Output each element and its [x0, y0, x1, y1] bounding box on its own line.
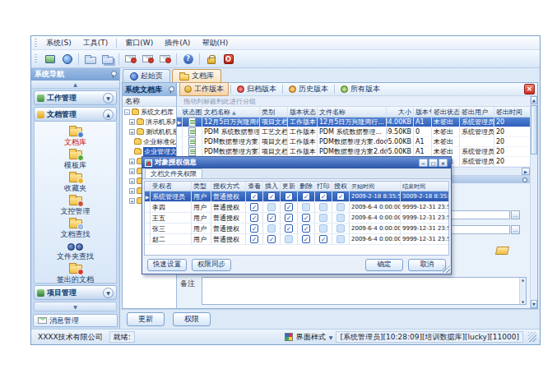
remarks-scrollbar[interactable]: ▲▼: [519, 278, 526, 304]
col-grant[interactable]: 授权: [332, 182, 350, 191]
scroll-right-icon[interactable]: ▶: [522, 168, 530, 175]
all-versions-button[interactable]: 所有版本: [336, 83, 384, 95]
minimize-icon[interactable]: −: [419, 159, 428, 167]
delete-checkbox[interactable]: ✓: [298, 191, 315, 201]
work-version-button[interactable]: 工作版本: [179, 82, 229, 96]
resize-grip[interactable]: [443, 265, 450, 273]
table-row[interactable]: ▶ 12月5日万兴隆周行... 项目文档 工作版本 12月5日万兴隆周行... …: [177, 118, 530, 127]
col-version[interactable]: 版本号: [414, 107, 432, 117]
delete-checkbox[interactable]: ✓: [298, 234, 315, 244]
ellipsis-button[interactable]: …: [511, 225, 520, 234]
tree-column-header[interactable]: 名称: [123, 96, 176, 107]
message-management-tab[interactable]: 消息管理: [33, 314, 118, 327]
delete-checkbox[interactable]: ✓: [298, 213, 315, 223]
tree-node-selected[interactable]: 企业管理文件: [123, 146, 176, 156]
col-checkout-time[interactable]: 签出时间: [494, 107, 530, 117]
col-status-icon[interactable]: 状态图: [183, 107, 202, 117]
archive-version-button[interactable]: 归档版本: [233, 83, 281, 95]
expand-icon[interactable]: +: [129, 168, 135, 174]
print-checkbox[interactable]: ✓: [315, 234, 332, 244]
sidebar-scroll-down[interactable]: ▼: [34, 302, 117, 311]
view-checkbox[interactable]: ✓: [246, 213, 263, 223]
delete-checkbox[interactable]: ✓: [298, 224, 315, 233]
insert-checkbox[interactable]: ✓: [263, 213, 281, 223]
col-start-time[interactable]: 开始时间: [350, 182, 401, 191]
col-file-name[interactable]: 文件名称: [318, 107, 387, 117]
expand-icon[interactable]: +: [129, 198, 135, 204]
scrollbar-thumb[interactable]: [531, 105, 537, 154]
print-checkbox[interactable]: [315, 202, 332, 212]
remarks-textarea[interactable]: ▲▼: [202, 277, 527, 305]
expand-icon[interactable]: +: [129, 129, 135, 135]
pin-icon[interactable]: [110, 71, 116, 78]
maximize-icon[interactable]: □: [429, 159, 438, 167]
panel-project-management[interactable]: 项目管理 ▼: [34, 285, 117, 300]
globe-icon[interactable]: [59, 52, 75, 67]
chevron-down-icon[interactable]: ▼: [103, 288, 114, 298]
col-checkout-user[interactable]: 签出用户: [460, 107, 494, 117]
table-row[interactable]: PDM 系统数据整理检... 工艺文档 工作版本 PDM 系统数据整理... 4…: [177, 127, 530, 137]
details-pin-icon[interactable]: [522, 178, 527, 182]
insert-checkbox[interactable]: [263, 224, 281, 233]
col-mode[interactable]: 授权方式: [211, 182, 246, 191]
panel-document-management[interactable]: 文档管理 ▲: [34, 107, 117, 122]
update-checkbox[interactable]: [281, 234, 298, 244]
permission-row[interactable]: 赵二 用户 普通授权 ✓ ✓ ✓ ✓ 2009-6-4 0:00:00 9999…: [145, 234, 448, 245]
help-icon[interactable]: ?: [180, 52, 196, 67]
toolbar-grip[interactable]: [35, 54, 37, 63]
table-row[interactable]: PDM数据整理方案.doc 项目文档 工作版本 PDM数据整理方案.doc 95…: [177, 137, 530, 147]
view-checkbox[interactable]: ✓: [246, 234, 263, 244]
close-icon[interactable]: ×: [524, 84, 535, 95]
quick-setup-button[interactable]: 快速设置: [147, 259, 187, 271]
tab-folder-permissions[interactable]: 文档文件夹权限: [145, 168, 202, 178]
mail-open-icon[interactable]: [140, 52, 155, 67]
print-checkbox[interactable]: ✓: [315, 191, 332, 201]
expand-icon[interactable]: +: [129, 188, 135, 194]
view-checkbox[interactable]: ✓: [246, 202, 263, 212]
cancel-button[interactable]: 取消: [408, 259, 446, 271]
permission-row[interactable]: 张三 用户 普通授权 ✓ ✓ ✓ 2009-6-4 0:00:00 9999-1…: [145, 224, 448, 234]
dialog-titlebar[interactable]: 对象授权信息 − □ ×: [142, 157, 451, 168]
update-checkbox[interactable]: ✓: [281, 202, 298, 212]
grant-checkbox[interactable]: [332, 202, 350, 212]
ok-button[interactable]: 确定: [365, 259, 403, 271]
col-grantee[interactable]: 受权者: [151, 182, 192, 191]
permission-row[interactable]: ▶ 系统管理员 用户 普通授权 ✓ ✓ ✓ ✓ ✓ ✓ 2009-2-18 8:…: [145, 191, 448, 202]
chevron-down-icon[interactable]: ▼: [329, 334, 333, 340]
chevron-up-icon[interactable]: ▲: [103, 109, 114, 120]
close-icon[interactable]: ×: [439, 159, 448, 167]
menu-system[interactable]: 系统(S): [40, 37, 77, 49]
sidebar-item-favorites[interactable]: 收藏夹: [35, 171, 116, 194]
update-button[interactable]: 更新: [127, 312, 165, 326]
tree-node-root[interactable]: −系统文档库: [123, 107, 176, 117]
col-insert[interactable]: 插入: [263, 182, 281, 191]
grant-checkbox[interactable]: ✓: [332, 191, 350, 201]
tree-node[interactable]: +演示机系列: [123, 117, 176, 127]
grant-checkbox[interactable]: [332, 224, 350, 233]
collapse-icon[interactable]: −: [124, 109, 130, 115]
scrollbar-track[interactable]: [531, 155, 537, 300]
permission-button[interactable]: 权限: [173, 312, 211, 326]
view-checkbox[interactable]: ✓: [246, 191, 263, 201]
col-end-time[interactable]: 结束时间: [401, 182, 448, 191]
folder-icon[interactable]: [82, 52, 98, 67]
sidebar-item-doc-control[interactable]: 文控管理: [35, 194, 116, 217]
menu-help[interactable]: 帮助(H): [196, 37, 234, 49]
view-checkbox[interactable]: ✓: [246, 224, 263, 233]
sidebar-scroll-up[interactable]: ▲: [31, 81, 119, 89]
col-print[interactable]: 打印: [315, 182, 332, 191]
menu-plugins[interactable]: 插件(A): [159, 37, 196, 49]
vertical-scrollbar[interactable]: ▲ ▼: [530, 96, 537, 308]
mail-new-icon[interactable]: [123, 52, 138, 67]
sidebar-item-document-library[interactable]: 文档库: [35, 125, 116, 148]
update-checkbox[interactable]: ✓: [281, 224, 298, 233]
update-checkbox[interactable]: ✓: [281, 213, 298, 223]
delete-checkbox[interactable]: [298, 202, 315, 212]
insert-checkbox[interactable]: ✓: [263, 191, 281, 201]
tab-document-library[interactable]: 文档库: [172, 69, 221, 82]
sidebar-item-folder-search[interactable]: 文件夹查找: [35, 240, 116, 262]
scroll-up-icon[interactable]: ▲: [531, 96, 537, 104]
col-update[interactable]: 更新: [281, 182, 298, 191]
tab-start-page[interactable]: 起始页: [123, 69, 170, 82]
tree-node[interactable]: 企业标准化文件: [123, 136, 176, 146]
